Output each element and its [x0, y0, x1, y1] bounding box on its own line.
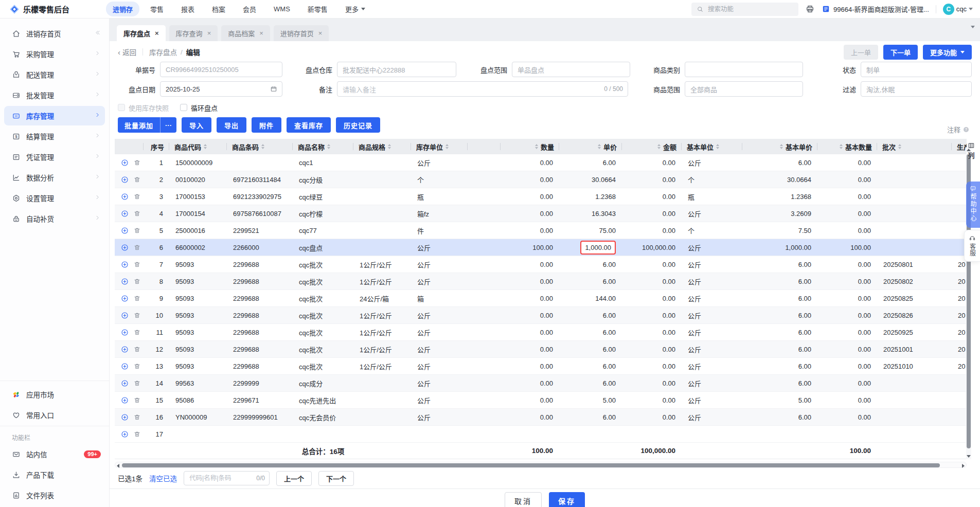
- plus-circle-icon[interactable]: [121, 295, 129, 302]
- chevron-right-icon[interactable]: [94, 173, 101, 182]
- chevron-right-icon[interactable]: [94, 50, 101, 58]
- horizontal-scrollbar[interactable]: [115, 462, 967, 468]
- sort-icon[interactable]: [261, 144, 264, 149]
- horizontal-scroll-thumb[interactable]: [122, 463, 940, 467]
- nav-item-更多[interactable]: 更多: [338, 2, 372, 16]
- batch-add-label[interactable]: 批量添加: [118, 117, 160, 133]
- sort-icon[interactable]: [716, 144, 719, 149]
- chevron-right-icon[interactable]: [94, 70, 101, 79]
- chevron-right-icon[interactable]: [94, 91, 101, 99]
- field-input-商品范围[interactable]: 全部商品: [685, 81, 803, 97]
- tab-库存查询[interactable]: 库存查询×: [169, 25, 218, 41]
- sort-icon[interactable]: [388, 144, 391, 149]
- column-header-商品代码[interactable]: 商品代码: [169, 139, 227, 154]
- field-input-备注[interactable]: 请输入备注0 / 500: [337, 81, 628, 97]
- table-row[interactable]: 9950932299688cqc批次24公斤/箱箱0.00144.000.00公…: [115, 290, 967, 307]
- chevron-right-icon[interactable]: [94, 153, 101, 161]
- prev-item-button[interactable]: 上一个: [276, 471, 312, 486]
- table-row[interactable]: 8950932299688cqc批次1公斤/公斤公斤0.006.000.00公斤…: [115, 273, 967, 290]
- field-input-盘点日期[interactable]: 2025-10-25: [160, 81, 282, 97]
- toolbar-button-附件[interactable]: 附件: [252, 117, 281, 133]
- tab-商品档案[interactable]: 商品档案×: [221, 25, 270, 41]
- plus-circle-icon[interactable]: [121, 312, 129, 319]
- sidebar-item-结算管理[interactable]: $结算管理: [4, 126, 105, 146]
- toolbar-button-查看库存[interactable]: 查看库存: [287, 117, 331, 133]
- field-input-盘点仓库[interactable]: 批发配送中心222888: [337, 62, 456, 77]
- trash-icon[interactable]: [133, 295, 141, 302]
- toolbar-button-导出[interactable]: 导出: [217, 117, 246, 133]
- table-row[interactable]: 16YN000009229999999601cqc无会员价公斤0.006.000…: [115, 409, 967, 426]
- table-row[interactable]: 4170001546975876610087cqc柠檬箱fz0.0016.304…: [115, 205, 967, 222]
- nav-item-新零售[interactable]: 新零售: [301, 2, 334, 16]
- plus-circle-icon[interactable]: [121, 329, 129, 336]
- help-center-tab[interactable]: 帮助中心: [966, 182, 980, 228]
- column-header-基本单价[interactable]: 基本单价: [742, 139, 817, 154]
- plus-circle-icon[interactable]: [121, 413, 129, 421]
- nav-item-报表[interactable]: 报表: [174, 2, 201, 16]
- trash-icon[interactable]: [133, 159, 141, 167]
- table-row[interactable]: 3170001536921233902975cqc绿豆瓶0.001.23680.…: [115, 188, 967, 205]
- trash-icon[interactable]: [133, 346, 141, 353]
- trash-icon[interactable]: [133, 379, 141, 387]
- sidebar-item-文件列表[interactable]: 文件列表: [4, 485, 105, 505]
- sort-icon[interactable]: [446, 144, 449, 149]
- table-row[interactable]: 7950932299688cqc批次1公斤/公斤公斤0.006.000.00公斤…: [115, 256, 967, 273]
- column-header-商品规格[interactable]: 商品规格: [353, 139, 411, 154]
- note-toggle[interactable]: 注释 ?: [947, 124, 970, 134]
- sidebar-item-库存管理[interactable]: 库存管理: [4, 106, 105, 125]
- sidebar-item-数据分析[interactable]: 数据分析: [4, 168, 105, 187]
- toolbar-button-导入[interactable]: 导入: [182, 117, 211, 133]
- table-row[interactable]: 12950932299688cqc批次1公斤/公斤公斤0.006.000.00公…: [115, 341, 967, 358]
- sidebar-item-批发管理[interactable]: 批发管理: [4, 85, 105, 105]
- close-icon[interactable]: ×: [259, 29, 263, 37]
- checkbox-box[interactable]: [180, 104, 187, 111]
- column-header-金额[interactable]: 金额: [622, 139, 682, 154]
- table-row[interactable]: 15950862299671cqc先进先出公斤0.005.000.00公斤5.0…: [115, 392, 967, 409]
- sidebar-item-采购管理[interactable]: 采购管理: [4, 44, 105, 64]
- table-row[interactable]: 5250000162299521cqc77件0.0075.000.00个7.50…: [115, 222, 967, 239]
- trash-icon[interactable]: [133, 312, 141, 319]
- column-settings[interactable]: 列: [965, 142, 978, 160]
- column-header-库存单位[interactable]: 库存单位: [411, 139, 468, 154]
- chevron-right-icon[interactable]: [94, 214, 101, 223]
- plus-circle-icon[interactable]: [121, 346, 129, 353]
- trash-icon[interactable]: [133, 396, 141, 404]
- tab-进销存首页[interactable]: 进销存首页×: [274, 25, 329, 41]
- plus-circle-icon[interactable]: [121, 430, 129, 438]
- sort-icon[interactable]: [898, 144, 901, 149]
- plus-circle-icon[interactable]: [121, 244, 129, 251]
- next-order-button[interactable]: 下一单: [883, 45, 918, 60]
- clear-selection-link[interactable]: 清空已选: [149, 473, 177, 483]
- prev-order-button[interactable]: 上一单: [844, 45, 878, 60]
- chevron-right-icon[interactable]: [94, 112, 101, 120]
- plus-circle-icon[interactable]: [121, 176, 129, 184]
- column-header-基本数量[interactable]: 基本数量: [817, 139, 877, 154]
- trash-icon[interactable]: [133, 413, 141, 421]
- next-item-button[interactable]: 下一个: [318, 471, 354, 486]
- plus-circle-icon[interactable]: [121, 193, 129, 201]
- trash-icon[interactable]: [133, 363, 141, 370]
- trash-icon[interactable]: [133, 261, 141, 268]
- plus-circle-icon[interactable]: [121, 379, 129, 387]
- trash-icon[interactable]: [133, 227, 141, 234]
- trash-icon[interactable]: [133, 176, 141, 184]
- plus-circle-icon[interactable]: [121, 159, 129, 167]
- trash-icon[interactable]: [133, 430, 141, 438]
- sort-icon[interactable]: [327, 144, 330, 149]
- nav-item-进销存[interactable]: 进销存: [106, 2, 139, 16]
- tab-overflow-icon[interactable]: [971, 26, 975, 28]
- trash-icon[interactable]: [133, 329, 141, 336]
- sidebar-item-自动补货[interactable]: 自动补货: [4, 209, 105, 228]
- plus-circle-icon[interactable]: [121, 210, 129, 218]
- sidebar-item-产品下载[interactable]: 产品下载: [4, 465, 105, 484]
- sidebar-item-应用市场[interactable]: 应用市场: [4, 385, 105, 404]
- close-icon[interactable]: ×: [155, 29, 159, 37]
- batch-add-button[interactable]: 批量添加···: [118, 117, 176, 133]
- save-button[interactable]: 保存: [549, 492, 585, 507]
- nav-item-零售[interactable]: 零售: [144, 2, 170, 16]
- table-row[interactable]: 17: [115, 426, 967, 443]
- table-row[interactable]: 10950932299688cqc批次1公斤/公斤公斤0.006.000.00公…: [115, 307, 967, 324]
- more-functions-button[interactable]: 更多功能: [923, 45, 972, 60]
- field-input-单据号[interactable]: CR99664992510250005: [160, 62, 282, 77]
- sidebar-item-配送管理[interactable]: 配送管理: [4, 65, 105, 84]
